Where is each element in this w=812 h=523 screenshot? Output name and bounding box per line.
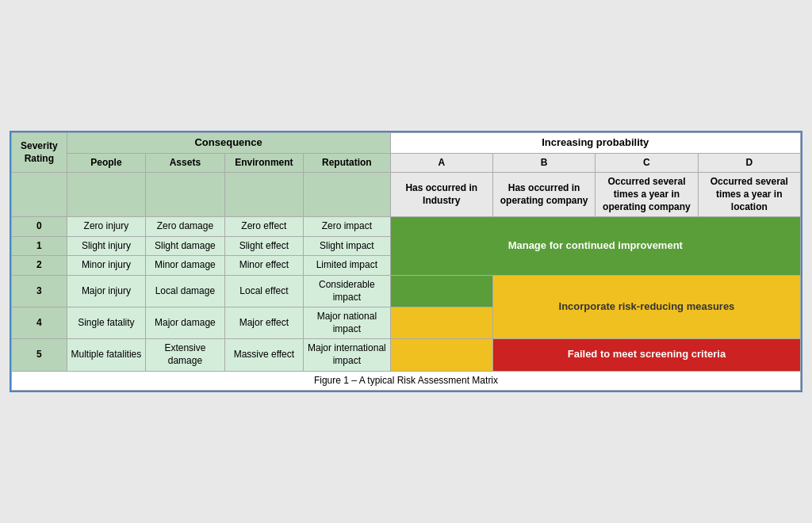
assets-header: Assets [146,153,225,173]
col-a-desc: Has occurred in Industry [390,173,492,217]
reputation-0: Zero impact [304,217,390,237]
risk-red: Failed to meet screening criteria [492,339,800,371]
col-b-desc: Has occurred in operating company [492,173,595,217]
reputation-header: Reputation [304,153,390,173]
people-4: Single fatality [67,307,146,339]
people-desc [67,173,146,217]
reputation-1: Slight impact [304,236,390,256]
assets-1: Slight damage [146,236,225,256]
col-d-header: D [698,153,800,173]
severity-4: 4 [12,307,67,339]
risk-green-3a [390,275,492,307]
people-0: Zero injury [67,217,146,237]
severity-2: 2 [12,256,67,276]
header-row-1: Severity Rating Consequence Increasing p… [12,132,801,153]
severity-1: 1 [12,236,67,256]
header-row-3: Has occurred in Industry Has occurred in… [12,173,801,217]
environment-3: Local effect [224,275,304,307]
severity-5: 5 [12,339,67,371]
col-b-header: B [492,153,595,173]
risk-green: Manage for continued improvement [390,217,800,276]
severity-0: 0 [12,217,67,237]
probability-header: Increasing probability [390,132,800,153]
environment-4: Major effect [224,307,304,339]
reputation-2: Limited impact [304,256,390,276]
severity-rating-header: Severity Rating [12,132,67,172]
col-a-header: A [390,153,492,173]
environment-1: Slight effect [224,236,304,256]
people-5: Multiple fatalities [67,339,146,371]
severity-3: 3 [12,275,67,307]
data-row-0: 0 Zero injury Zero damage Zero effect Ze… [12,217,801,237]
assets-2: Minor damage [146,256,225,276]
col-d-desc: Occurred several times a year in locatio… [698,173,800,217]
data-row-3: 3 Major injury Local damage Local effect… [12,275,801,307]
risk-yellow-5a [390,339,492,371]
severity-desc [12,173,67,217]
reputation-3: Considerable impact [304,275,390,307]
people-header: People [67,153,146,173]
reputation-desc [304,173,390,217]
people-3: Major injury [67,275,146,307]
consequence-header: Consequence [67,132,390,153]
assets-4: Major damage [146,307,225,339]
risk-yellow: Incorporate risk-reducing measures [492,275,800,338]
data-row-5: 5 Multiple fatalities Extensive damage M… [12,339,801,371]
reputation-5: Major international impact [304,339,390,371]
assets-3: Local damage [146,275,225,307]
caption-row: Figure 1 – A typical Risk Assessment Mat… [12,371,801,391]
col-c-header: C [596,153,698,173]
assets-0: Zero damage [146,217,225,237]
header-row-2: People Assets Environment Reputation A B… [12,153,801,173]
people-1: Slight injury [67,236,146,256]
main-container: Severity Rating Consequence Increasing p… [10,131,802,392]
assets-desc [146,173,225,217]
risk-matrix-table: Severity Rating Consequence Increasing p… [11,132,801,391]
figure-caption: Figure 1 – A typical Risk Assessment Mat… [12,371,801,391]
risk-yellow-4a [390,307,492,339]
environment-5: Massive effect [224,339,304,371]
assets-5: Extensive damage [146,339,225,371]
people-2: Minor injury [67,256,146,276]
environment-header: Environment [224,153,304,173]
col-c-desc: Occurred several times a year in operati… [596,173,698,217]
environment-desc [224,173,304,217]
environment-2: Minor effect [224,256,304,276]
environment-0: Zero effect [224,217,304,237]
reputation-4: Major national impact [304,307,390,339]
